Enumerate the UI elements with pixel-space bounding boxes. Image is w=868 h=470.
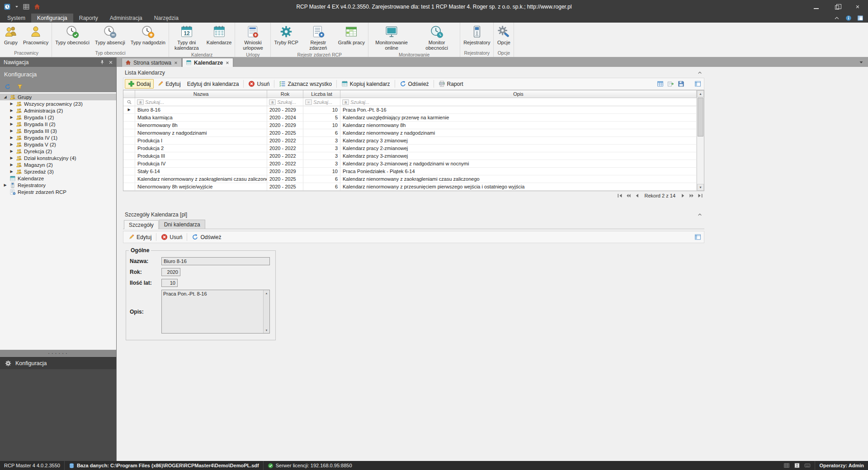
tree-item[interactable]: ▶ Dyrekcja (2) (0, 148, 116, 155)
toolbar-button[interactable]: Edytuj (154, 79, 184, 89)
tree-item[interactable]: ▶ Administracja (2) (0, 107, 116, 114)
table-row[interactable]: Matka karmiąca 2020 - 2024 5 Kalendarz u… (123, 114, 697, 122)
toolbar-button[interactable]: Raport (435, 79, 467, 89)
tree-item[interactable]: ▶ Wszyscy pracownicy (23) (0, 100, 116, 107)
ribbon-button[interactable]: Typy absencji (92, 23, 128, 50)
qat-dropdown-icon[interactable] (14, 5, 19, 9)
toolbar-button[interactable]: Zaznacz wszystko (276, 79, 335, 89)
tree-expander-icon[interactable]: ▶ (9, 156, 14, 160)
opis-field[interactable]: Praca Pon.-Pt. 8-16 ▲ ▼ (161, 290, 270, 334)
export-icon[interactable] (667, 80, 674, 87)
next-record-icon[interactable] (680, 193, 686, 198)
tree-item[interactable]: ▶ Dział konstrukcyjny (4) (0, 155, 116, 161)
close-button[interactable] (847, 0, 868, 14)
sidebar-footer-konfiguracja[interactable]: Konfiguracja (0, 357, 116, 369)
tree-item[interactable]: ◢ Grupy (0, 94, 116, 100)
ribbon-button[interactable]: Pracownicy (20, 23, 51, 50)
tree-item[interactable]: Kalendarze (0, 175, 116, 182)
scroll-up-icon[interactable]: ▲ (697, 90, 704, 97)
ribbon-button[interactable]: Typy obecności (52, 23, 92, 50)
toolbar-button[interactable]: Dodaj (125, 79, 154, 89)
search-icon[interactable] (127, 99, 132, 105)
grid-mode-icon[interactable] (783, 462, 790, 469)
scrollbar-thumb[interactable] (698, 98, 703, 136)
ribbon-button[interactable]: Monitor obecności (414, 23, 459, 52)
tree-item[interactable]: ▶ Brygada IV (1) (0, 134, 116, 141)
ribbon-collapse-icon[interactable] (834, 15, 840, 21)
tree-expander-icon[interactable]: ▶ (9, 169, 14, 174)
column-header-liczba-lat[interactable]: Liczba lat (303, 90, 340, 98)
sidebar-splitter[interactable] (0, 350, 116, 357)
minimize-button[interactable] (806, 0, 826, 14)
tree-expander-icon[interactable]: ▶ (3, 183, 8, 187)
column-header-rok[interactable]: Rok (267, 90, 303, 98)
last-record-icon[interactable] (698, 193, 703, 198)
tree-item[interactable]: ▶ Brygada II (2) (0, 121, 116, 127)
close-tab-icon[interactable] (225, 61, 230, 65)
numeric-filter-icon[interactable]: = (305, 99, 312, 105)
table-row[interactable]: Kalendarz nienormowany z zaokrągleniami … (123, 175, 697, 183)
maximize-button[interactable] (826, 0, 847, 14)
details-tab[interactable]: Dni kalendarza (159, 220, 205, 229)
grid-view-icon[interactable] (657, 80, 664, 87)
tree-item[interactable]: Rejestr zdarzeń RCP (0, 188, 116, 195)
table-row[interactable]: Produkcja I 2020 - 2022 3 Kalendarz prac… (123, 137, 697, 145)
toolbar-button[interactable]: Edytuj (125, 232, 155, 242)
toolbar-button[interactable]: Usuń (245, 79, 273, 89)
tree-item[interactable]: ▶ Brygada V (2) (0, 141, 116, 148)
ribbon-button[interactable]: Tryby RCP (271, 23, 301, 52)
tree-item[interactable]: ▶ Brygada I (2) (0, 114, 116, 121)
textarea-scrollbar[interactable]: ▲ ▼ (263, 290, 269, 333)
document-tab[interactable]: Strona startowa (122, 58, 182, 67)
text-filter-icon[interactable]: a (269, 99, 276, 105)
tree-expander-icon[interactable]: ▶ (9, 102, 14, 106)
ribbon-button[interactable]: Rejestr zdarzeń (301, 23, 335, 52)
menu-tab[interactable]: System (1, 14, 31, 23)
qat-grid-icon[interactable] (23, 3, 30, 10)
sidebar-close-icon[interactable] (108, 60, 113, 65)
first-record-icon[interactable] (617, 193, 623, 198)
next-page-icon[interactable] (689, 193, 694, 198)
scroll-down-icon[interactable]: ▼ (264, 327, 269, 333)
table-row[interactable]: Produkcja III 2020 - 2022 3 Kalendarz pr… (123, 152, 697, 160)
filter-input-liczba-lat[interactable] (313, 99, 339, 105)
nazwa-field[interactable] (161, 257, 270, 265)
details-tab[interactable]: Szczegóły (124, 220, 159, 229)
filter-input-rok[interactable] (277, 99, 302, 105)
collapse-panel-icon[interactable] (697, 212, 703, 217)
ribbon-button[interactable]: Grupy (1, 23, 20, 50)
pin-icon[interactable] (99, 60, 105, 65)
toolbar-button[interactable]: Odśwież (189, 232, 224, 242)
prev-page-icon[interactable] (626, 193, 631, 198)
window-layout-icon[interactable] (857, 15, 863, 21)
table-row[interactable]: Nienormowany 8h 2020 - 2029 10 Kalendarz… (123, 122, 697, 129)
panel-layout-icon[interactable] (694, 80, 701, 87)
app-logo-icon[interactable] (4, 3, 11, 10)
menu-tab[interactable]: Administracja (104, 14, 148, 23)
ilosc-lat-field[interactable] (161, 279, 178, 287)
tree-item[interactable]: ▶ Sprzedaż (3) (0, 168, 116, 175)
rok-field[interactable] (161, 268, 180, 276)
ribbon-button[interactable]: Grafik pracy (335, 23, 368, 52)
refresh-icon[interactable] (5, 84, 11, 90)
ribbon-button[interactable]: Opcje (494, 23, 513, 50)
menu-tab[interactable]: Konfiguracja (31, 14, 73, 23)
toolbar-button[interactable]: Odśwież (396, 79, 432, 89)
column-header-opis[interactable]: Opis (340, 90, 697, 98)
ribbon-button[interactable]: Rejestratory (461, 23, 493, 50)
ribbon-button[interactable]: 12Typy dni kalendarza (170, 23, 204, 52)
panel-layout-icon[interactable] (694, 234, 701, 240)
tree-expander-icon[interactable]: ▶ (9, 108, 14, 113)
scroll-up-icon[interactable]: ▲ (264, 290, 269, 296)
menu-tab[interactable]: Narzędzia (148, 14, 184, 23)
toolbar-button[interactable]: Kopiuj kalendarz (338, 79, 393, 89)
document-tab[interactable]: Kalendarze (182, 58, 233, 67)
save-icon[interactable] (678, 80, 684, 87)
tree-item[interactable]: ▶ Rejestratory (0, 182, 116, 188)
edit-mode-icon[interactable] (794, 462, 800, 469)
qat-home-icon[interactable] (33, 3, 41, 10)
keyboard-icon[interactable] (804, 462, 811, 469)
ribbon-button[interactable]: Wnioski urlopowe (236, 23, 270, 52)
ribbon-button[interactable]: Typy nadgodzin (128, 23, 168, 50)
tree-expander-icon[interactable]: ▶ (9, 129, 14, 133)
